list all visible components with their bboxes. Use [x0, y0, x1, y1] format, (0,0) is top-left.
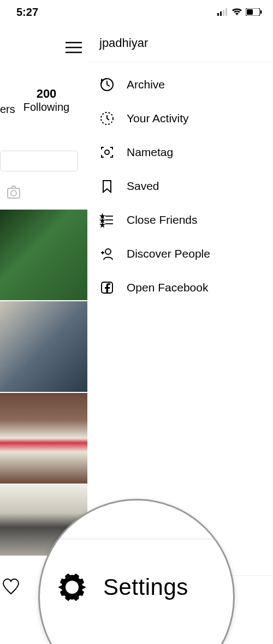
- gear-icon: [56, 571, 88, 603]
- svg-rect-5: [247, 9, 253, 15]
- svg-text:★: ★: [100, 223, 104, 228]
- svg-rect-3: [225, 8, 227, 16]
- followers-label-partial: ers: [0, 103, 15, 116]
- close-friends-icon: ★★★: [99, 212, 115, 228]
- facebook-icon: [99, 280, 115, 295]
- tagged-tab-icon[interactable]: [5, 184, 22, 202]
- svg-rect-1: [220, 11, 222, 16]
- menu-label: Close Friends: [127, 213, 198, 226]
- following-count: 200: [16, 87, 76, 101]
- status-indicators: [217, 8, 262, 16]
- svg-point-21: [105, 249, 111, 254]
- activity-icon: [99, 111, 115, 126]
- menu-item-nametag[interactable]: Nametag: [87, 135, 273, 169]
- svg-point-14: [105, 150, 109, 154]
- status-bar: 5:27: [0, 0, 273, 24]
- saved-icon: [99, 178, 115, 194]
- menu-label: Your Activity: [127, 112, 189, 125]
- magnified-label: Settings: [103, 574, 188, 600]
- svg-point-11: [11, 190, 16, 196]
- svg-rect-10: [8, 188, 20, 198]
- drawer-menu: Archive Your Activity Nametag Saved ★★★ …: [87, 62, 273, 310]
- menu-label: Saved: [127, 180, 159, 193]
- menu-icon[interactable]: [66, 41, 82, 56]
- photo-grid: [0, 210, 91, 557]
- menu-item-close-friends[interactable]: ★★★ Close Friends: [87, 203, 273, 237]
- nametag-icon: [99, 145, 115, 160]
- menu-label: Archive: [127, 78, 165, 91]
- grid-photo[interactable]: [0, 210, 91, 300]
- menu-item-activity[interactable]: Your Activity: [87, 102, 273, 135]
- heart-icon[interactable]: [2, 579, 20, 597]
- svg-rect-0: [217, 13, 219, 16]
- following-label: Following: [16, 101, 76, 114]
- svg-point-27: [66, 581, 79, 594]
- status-time: 5:27: [16, 6, 38, 19]
- svg-rect-6: [260, 10, 262, 14]
- magnified-settings-row: Settings: [40, 571, 233, 603]
- menu-item-saved[interactable]: Saved: [87, 169, 273, 203]
- discover-people-icon: [99, 246, 115, 261]
- edit-profile-button[interactable]: [0, 151, 78, 171]
- grid-photo[interactable]: [0, 301, 91, 392]
- following-stat[interactable]: 200 Following: [16, 87, 76, 114]
- grid-photo[interactable]: [0, 393, 91, 484]
- menu-label: Discover People: [127, 247, 210, 260]
- menu-item-discover-people[interactable]: Discover People: [87, 237, 273, 271]
- menu-label: Nametag: [127, 146, 173, 159]
- drawer-username: jpadhiyar: [87, 24, 273, 62]
- cellular-icon: [217, 8, 228, 16]
- menu-item-facebook[interactable]: Open Facebook: [87, 271, 273, 305]
- archive-icon: [99, 77, 115, 92]
- svg-rect-2: [223, 10, 224, 16]
- battery-icon: [246, 8, 262, 16]
- menu-label: Open Facebook: [127, 281, 208, 294]
- menu-item-archive[interactable]: Archive: [87, 68, 273, 102]
- wifi-icon: [232, 8, 242, 16]
